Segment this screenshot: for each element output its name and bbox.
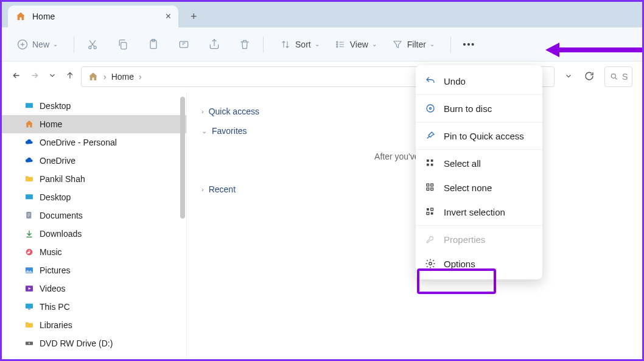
sidebar-item-videos[interactable]: Videos xyxy=(2,279,186,298)
rename-icon[interactable] xyxy=(178,38,190,51)
svg-point-2 xyxy=(94,46,96,48)
new-tab-button[interactable]: + xyxy=(191,10,197,23)
sidebar-item-desktop[interactable]: Desktop xyxy=(2,97,186,115)
filter-icon xyxy=(391,38,404,51)
svg-point-10 xyxy=(611,74,615,78)
pictures-icon xyxy=(24,265,35,276)
delete-icon[interactable] xyxy=(239,38,251,51)
menu-select-all[interactable]: Select all xyxy=(416,151,542,175)
svg-rect-32 xyxy=(431,208,433,211)
new-button[interactable]: New ⌄ xyxy=(13,36,61,53)
chevron-right-icon: › xyxy=(201,108,204,115)
refresh-button[interactable] xyxy=(584,71,595,83)
back-button[interactable] xyxy=(12,71,21,83)
svg-rect-18 xyxy=(28,309,30,309)
tab-title: Home xyxy=(32,12,55,21)
search-input[interactable]: S xyxy=(604,66,632,87)
music-icon xyxy=(24,247,35,258)
menu-burn-to-disc[interactable]: Burn to disc xyxy=(416,96,542,121)
sidebar-item-libraries[interactable]: Libraries xyxy=(2,316,186,334)
svg-point-9 xyxy=(336,46,337,47)
section-recent[interactable]: › Recent xyxy=(201,180,628,199)
disc-drive-icon xyxy=(24,338,35,349)
svg-rect-12 xyxy=(26,194,33,199)
address-chevron-down-icon[interactable] xyxy=(564,72,573,82)
svg-point-20 xyxy=(29,343,30,345)
onedrive-icon xyxy=(24,155,35,166)
sidebar-item-dvd-drive[interactable]: DVD RW Drive (D:) xyxy=(2,334,186,352)
sidebar-item-onedrive[interactable]: OneDrive xyxy=(2,152,186,170)
section-quick-access[interactable]: › Quick access xyxy=(201,102,628,121)
svg-point-35 xyxy=(429,262,432,265)
paste-icon[interactable] xyxy=(147,38,159,51)
menu-pin-quick-access[interactable]: Pin to Quick access xyxy=(416,124,542,148)
sidebar-item-documents[interactable]: Documents xyxy=(2,206,186,225)
sidebar-item-user-folder[interactable]: Pankil Shah xyxy=(2,170,186,188)
tab-home[interactable]: Home × xyxy=(8,5,178,27)
section-favorites[interactable]: ⌄ Favorites xyxy=(201,121,628,141)
documents-icon xyxy=(24,210,35,221)
annotation-arrow xyxy=(542,41,644,61)
svg-rect-24 xyxy=(431,159,433,162)
invert-selection-icon xyxy=(424,206,436,218)
home-icon xyxy=(88,71,99,82)
plus-circle-icon xyxy=(16,38,29,51)
main-content: › Quick access ⌄ Favorites After you've … xyxy=(187,92,642,359)
breadcrumb-item[interactable]: Home xyxy=(111,72,134,82)
sidebar-item-desktop2[interactable]: Desktop xyxy=(2,188,186,206)
properties-icon xyxy=(424,233,436,245)
sidebar-item-this-pc[interactable]: This PC xyxy=(2,298,186,316)
sidebar: Desktop Home OneDrive - Personal OneDriv… xyxy=(2,92,187,359)
svg-rect-3 xyxy=(121,42,127,49)
filter-button[interactable]: Filter ⌄ xyxy=(388,36,438,53)
copy-icon[interactable] xyxy=(117,38,129,51)
sidebar-item-home[interactable]: Home xyxy=(2,115,186,133)
details-pane-hint: Select a xyxy=(642,255,644,265)
sidebar-item-pictures[interactable]: Pictures xyxy=(2,261,186,279)
menu-options[interactable]: Options xyxy=(416,251,542,276)
select-none-icon xyxy=(424,181,436,194)
view-button[interactable]: View ⌄ xyxy=(331,36,380,53)
chevron-down-icon: ⌄ xyxy=(372,41,377,47)
menu-select-none[interactable]: Select none xyxy=(416,175,542,200)
menu-invert-selection[interactable]: Invert selection xyxy=(416,200,542,224)
undo-icon xyxy=(424,75,436,87)
svg-rect-27 xyxy=(427,184,429,186)
forward-button[interactable] xyxy=(30,71,40,83)
cut-icon[interactable] xyxy=(86,38,99,51)
svg-rect-34 xyxy=(431,212,433,215)
sidebar-item-downloads[interactable]: Downloads xyxy=(2,225,186,243)
chevron-down-icon: ⌄ xyxy=(53,41,58,47)
up-button[interactable] xyxy=(65,71,75,83)
desktop-icon xyxy=(24,100,35,111)
svg-point-22 xyxy=(430,108,432,110)
close-icon[interactable]: × xyxy=(166,11,171,22)
sidebar-item-onedrive-personal[interactable]: OneDrive - Personal xyxy=(2,133,186,152)
disc-icon xyxy=(424,102,436,114)
svg-rect-28 xyxy=(431,184,433,186)
svg-rect-26 xyxy=(431,164,433,166)
more-icon[interactable]: ••• xyxy=(463,38,475,51)
svg-point-7 xyxy=(336,41,337,43)
downloads-icon xyxy=(24,228,35,239)
svg-rect-25 xyxy=(427,164,429,166)
svg-rect-33 xyxy=(427,212,429,215)
menu-undo[interactable]: Undo xyxy=(416,69,542,93)
svg-point-8 xyxy=(336,43,337,44)
sidebar-scrollbar[interactable] xyxy=(180,97,185,219)
sort-icon xyxy=(279,38,292,51)
pc-icon xyxy=(24,301,35,312)
sidebar-item-music[interactable]: Music xyxy=(2,243,186,261)
share-icon[interactable] xyxy=(208,38,220,51)
onedrive-icon xyxy=(24,137,35,148)
svg-rect-31 xyxy=(427,208,429,211)
chevron-down-icon: ⌄ xyxy=(315,41,320,47)
menu-properties: Properties xyxy=(416,227,542,251)
chevron-down-icon: ⌄ xyxy=(201,127,207,135)
sort-button[interactable]: Sort ⌄ xyxy=(276,36,323,53)
tab-bar: Home × + xyxy=(2,2,642,27)
pin-icon xyxy=(424,130,436,142)
videos-icon xyxy=(24,283,35,294)
recent-dropdown[interactable] xyxy=(48,71,57,82)
svg-point-21 xyxy=(427,105,434,112)
